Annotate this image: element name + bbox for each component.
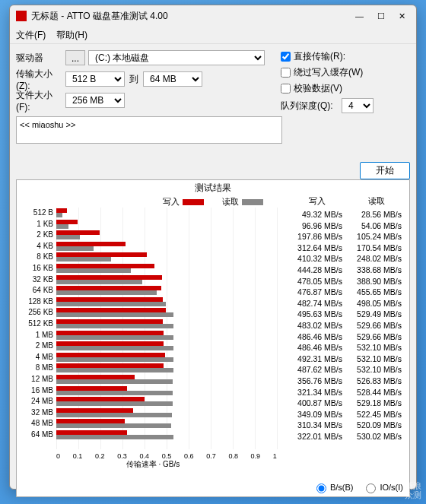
values-table: 写入读取 49.32 MB/s28.56 MB/s96.96 MB/s54.06…	[288, 195, 406, 442]
drive-label: 驱动器	[16, 52, 65, 65]
table-row: 478.05 MB/s388.90 MB/s	[288, 276, 406, 287]
drive-browse-button[interactable]: ...	[65, 50, 85, 65]
read-swatch	[242, 199, 263, 205]
close-button[interactable]: ✕	[399, 11, 405, 21]
table-row: 492.31 MB/s532.10 MB/s	[288, 353, 406, 365]
drive-select[interactable]: (C:) 本地磁盘	[88, 50, 265, 65]
transfer-label: 传输大小(Z):	[16, 68, 65, 91]
queue-label: 队列深度(Q):	[281, 100, 333, 113]
table-row: 486.46 MB/s529.66 MB/s	[288, 331, 406, 343]
table-row: 476.87 MB/s455.65 MB/s	[288, 287, 406, 298]
titlebar[interactable]: 无标题 - ATTO 磁盘基准测试 4.00 — ☐ ✕	[10, 5, 416, 27]
results-panel: 测试结果 写入 读取 512 B1 KB2 KB4 KB8 KB16 KB32 …	[16, 179, 410, 497]
to-label: 到	[129, 73, 138, 86]
window-title: 无标题 - ATTO 磁盘基准测试 4.00	[31, 10, 168, 23]
table-row: 310.34 MB/s520.09 MB/s	[288, 420, 406, 431]
table-row: 349.09 MB/s522.45 MB/s	[288, 409, 406, 420]
menubar: 文件(F) 帮助(H)	[10, 27, 416, 44]
table-row: 197.86 MB/s105.24 MB/s	[288, 231, 406, 242]
table-row: 400.87 MB/s529.18 MB/s	[288, 398, 406, 409]
table-row: 49.32 MB/s28.56 MB/s	[288, 209, 406, 220]
file-label: 文件大小(F):	[16, 89, 65, 113]
minimize-button[interactable]: —	[355, 11, 364, 21]
table-row: 483.02 MB/s529.66 MB/s	[288, 320, 406, 331]
start-button[interactable]: 开始	[360, 162, 410, 179]
write-swatch	[183, 199, 204, 205]
verify-checkbox[interactable]: 校验数据(V)	[281, 82, 410, 95]
table-row: 487.62 MB/s532.10 MB/s	[288, 364, 406, 376]
table-row: 444.28 MB/s338.68 MB/s	[288, 265, 406, 276]
bypass-checkbox[interactable]: 绕过写入缓存(W)	[281, 66, 410, 79]
table-row: 322.01 MB/s530.02 MB/s	[288, 431, 406, 442]
menu-file[interactable]: 文件(F)	[16, 29, 46, 42]
table-row: 321.34 MB/s528.44 MB/s	[288, 387, 406, 398]
transfer-min-select[interactable]: 512 B	[65, 71, 125, 87]
table-row: 96.96 MB/s54.06 MB/s	[288, 220, 406, 232]
filesize-select[interactable]: 256 MB	[65, 93, 125, 108]
direct-checkbox[interactable]: 直接传输(R):	[281, 50, 410, 63]
app-icon	[16, 11, 27, 21]
table-row: 486.46 MB/s532.10 MB/s	[288, 342, 406, 353]
table-row: 410.32 MB/s248.02 MB/s	[288, 253, 406, 265]
watermark: 新浪众测	[405, 481, 421, 499]
transfer-max-select[interactable]: 64 MB	[143, 71, 202, 87]
ios-radio[interactable]: IO/s(I)	[362, 481, 403, 493]
bs-radio[interactable]: B/s(B)	[313, 481, 354, 493]
maximize-button[interactable]: ☐	[377, 11, 385, 21]
bar-chart: 512 B1 KB2 KB4 KB8 KB16 KB32 KB64 KB128 …	[20, 208, 286, 471]
queue-select[interactable]: 4	[342, 98, 374, 113]
description-box[interactable]: << miaoshu >>	[16, 116, 282, 144]
table-row: 495.63 MB/s529.49 MB/s	[288, 309, 406, 320]
table-row: 482.74 MB/s498.05 MB/s	[288, 298, 406, 309]
app-window: 无标题 - ATTO 磁盘基准测试 4.00 — ☐ ✕ 文件(F) 帮助(H)…	[9, 5, 417, 490]
table-row: 356.76 MB/s526.83 MB/s	[288, 376, 406, 387]
table-row: 312.64 MB/s170.54 MB/s	[288, 242, 406, 254]
menu-help[interactable]: 帮助(H)	[56, 29, 87, 42]
results-title: 测试结果	[17, 180, 409, 195]
